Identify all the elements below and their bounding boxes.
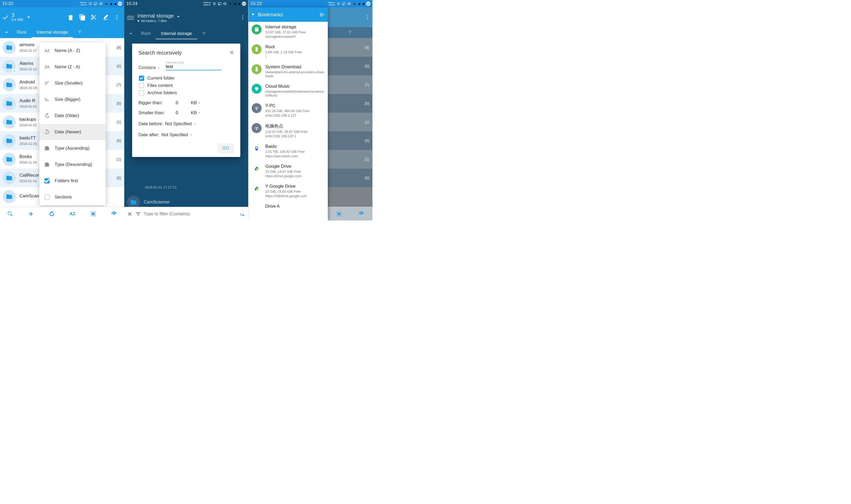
broadcast-button[interactable] [108,208,120,220]
date-after-row[interactable]: Date after: Not Specified [138,132,234,138]
bookmark-item[interactable]: Internal storage52.67 GiB, 27.61 GiB Fre… [248,22,328,42]
cut-button[interactable] [88,12,100,23]
delete-button[interactable] [65,12,76,23]
contains-input[interactable] [166,64,221,70]
rename-button[interactable] [100,12,111,23]
alarm-icon [212,2,216,5]
sort-button[interactable]: AZ [67,208,78,220]
smaller-than-row[interactable]: Smaller than: 0 KB [138,110,234,115]
bookmark-name: Y Google Drive [265,184,307,189]
refresh-button[interactable] [46,208,57,220]
filter-icon[interactable] [135,211,141,217]
dropdown-icon[interactable] [177,16,180,18]
overflow-button[interactable] [240,15,246,21]
sort-size-smaller[interactable]: Size (Smaller) [39,75,106,91]
sort-date-older[interactable]: Date (Older) [39,108,106,124]
files-content-checkbox[interactable]: Files content [139,83,234,88]
bookmark-path: /storage/emulated/0 [265,35,305,39]
gdrive-icon [252,184,262,194]
bookmark-size: 119.02 GiB, 28.87 GiB Free [265,130,307,133]
signal-icon [233,2,236,5]
crumb-root[interactable]: Root [136,28,156,39]
dropdown-icon[interactable] [190,134,192,136]
bookmark-item[interactable]: Root2.89 GiB, 1.19 GiB Free/ [248,42,328,62]
sort-type-asc[interactable]: Type (Ascending) [39,140,106,157]
status-bar: 15:20 39B/s▲0B/s▼ 45 [0,0,124,7]
crumb-internal[interactable]: Internal storage [156,28,197,39]
collapse-icon[interactable] [252,14,254,16]
bookmark-item[interactable]: Drive A [248,201,328,217]
dropdown-icon[interactable] [198,102,200,104]
add-button[interactable] [25,208,37,220]
close-button[interactable]: ✕ [229,49,234,56]
dropdown-icon[interactable] [194,123,196,125]
status-time: 15:24 [126,1,138,6]
check-icon[interactable] [2,14,9,21]
page-title: Internal storage [137,13,174,19]
current-folder-checkbox[interactable]: Current folder [139,76,234,81]
bookmark-item[interactable]: Cloud Music/storage/emulated/0/netease/c… [248,81,328,101]
bookmark-item[interactable]: 电脑热点119.02 GiB, 28.87 GiB Freesmb://192.… [248,121,328,141]
copy-button[interactable] [76,12,88,23]
bookmark-item[interactable]: Y Google Drive15 GiB, 15.00 GiB Freehttp… [248,181,328,201]
sort-date-newer[interactable]: Date (Newer) [39,124,106,140]
crumb-y[interactable]: Y [73,27,86,38]
az-icon: AZ [43,49,50,53]
bookmark-path: /storage/emulated/0/netease/cloudmusic/M… [265,90,325,97]
dropdown-icon[interactable] [198,112,200,114]
overflow-button[interactable] [111,12,123,23]
bookmark-name: Cloud Music [265,84,325,89]
close-icon[interactable] [127,211,132,217]
checkbox-empty-icon [45,195,50,200]
date-before-row[interactable]: Date before: Not Specified [138,121,234,127]
folder-icon [3,59,16,73]
wifi-icon [228,2,232,5]
filter-input[interactable] [144,211,237,217]
sort-name-za[interactable]: ZAName (Z - A) [39,59,106,75]
bigger-than-row[interactable]: Bigger than: 0 KB [138,100,234,106]
gdrive-icon [252,164,262,174]
signal-icon [362,2,365,5]
archive-folders-checkbox[interactable]: Archive folders [139,90,234,95]
signal-icon [238,2,240,5]
list-icon[interactable] [319,12,325,18]
chevron-down-icon[interactable] [2,30,12,35]
filter-bar [124,207,248,220]
crumb-root[interactable]: Root [12,27,32,38]
vibrate-icon [99,2,103,5]
folder-icon [3,78,16,91]
page-subtitle: 49 folders, 7 files [141,19,167,23]
go-button[interactable]: GO [218,143,234,153]
bookmark-name: Google Drive [265,164,302,169]
history-icon [43,113,50,119]
bookmark-path: /data/data/com.android.providers.downloa… [265,70,325,78]
bookmark-item[interactable]: Y-PC931.24 GiB, 494.46 GiB Freesmb://192… [248,101,328,121]
sort-name-az[interactable]: AZName (A - Z) [39,42,106,59]
checkbox-checked-icon [45,178,50,183]
signal-icon [109,2,112,5]
folder-icon [3,41,16,54]
dropdown-icon[interactable] [27,17,30,18]
dialog-title: Search recursively [138,50,182,56]
search-button[interactable] [4,208,16,220]
bookmark-name: Y-PC [265,103,309,108]
crumb-y[interactable]: Y [197,28,211,39]
sort-type-desc[interactable]: Type (Descending) [39,157,106,173]
sort-size-bigger[interactable]: Size (Bigger) [39,91,106,108]
bookmark-item[interactable]: Google Drive15 GiB, 14.87 GiB Freehttps:… [248,161,328,181]
chevron-down-icon[interactable] [126,32,136,36]
enter-icon[interactable] [240,211,246,217]
sort-sections[interactable]: Sections [39,189,106,205]
sort-folders-first[interactable]: Folders first [39,173,106,189]
breadcrumb: Root Internal storage Y [0,27,124,38]
folder-icon [3,115,16,129]
blank-icon [252,204,262,214]
bookmarks-drawer: Bookmarks Internal storage52.67 GiB, 27.… [248,7,328,220]
bookmark-item[interactable]: System Download/data/data/com.android.pr… [248,62,328,81]
menu-icon[interactable] [127,16,134,20]
select-button[interactable] [87,208,99,220]
bookmark-name: Baidu [265,144,305,149]
crumb-internal[interactable]: Internal storage [32,27,73,38]
bookmark-item[interactable]: Baidu2.01 TiB, 156.42 GiB Freehttps://pa… [248,141,328,161]
dim-row: (1) [328,113,372,131]
